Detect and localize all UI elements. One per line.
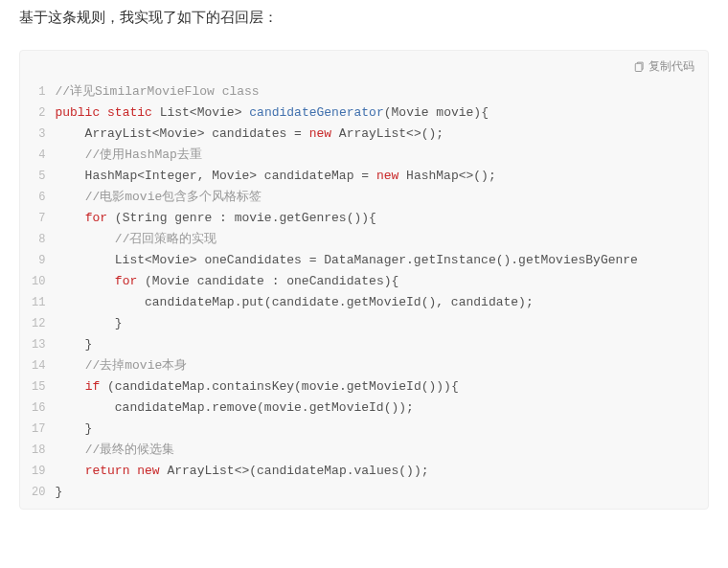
code-line: 2public static List<Movie> candidateGene… xyxy=(20,102,708,124)
line-number: 7 xyxy=(20,208,55,229)
code-token: //使用HashMap去重 xyxy=(85,148,202,162)
copy-code-label: 复制代码 xyxy=(648,58,694,75)
code-token xyxy=(55,443,84,457)
code-block: 复制代码 1//详见SimilarMovieFlow class2public … xyxy=(19,50,709,510)
code-line: 14 //去掉movie本身 xyxy=(20,355,708,376)
line-number: 15 xyxy=(20,376,55,398)
intro-text: 基于这条规则，我实现了如下的召回层： xyxy=(19,6,709,29)
code-content: } xyxy=(55,334,708,355)
code-token: for xyxy=(115,274,137,288)
line-number: 2 xyxy=(20,102,55,124)
code-content: } xyxy=(55,313,708,334)
code-content: //去掉movie本身 xyxy=(55,355,708,376)
line-number: 10 xyxy=(20,271,55,292)
code-token: (candidateMap.containsKey(movie.getMovie… xyxy=(100,379,458,394)
code-token: HashMap<>(); xyxy=(398,169,495,183)
code-content: ArrayList<Movie> candidates = new ArrayL… xyxy=(55,124,708,145)
code-token: } xyxy=(55,485,62,499)
code-line: 10 for (Movie candidate : oneCandidates)… xyxy=(20,271,708,292)
code-line: 9 List<Movie> oneCandidates = DataManage… xyxy=(20,250,708,271)
code-token: HashMap<Integer, Movie> candidateMap = xyxy=(55,169,375,183)
code-token xyxy=(55,211,84,225)
line-number: 11 xyxy=(20,292,55,313)
code-line: 1//详见SimilarMovieFlow class xyxy=(20,81,708,102)
code-line: 20} xyxy=(20,482,708,503)
code-content: //使用HashMap去重 xyxy=(55,145,708,166)
code-line: 3 ArrayList<Movie> candidates = new Arra… xyxy=(20,124,708,145)
code-line: 17 } xyxy=(20,419,708,440)
code-token: new xyxy=(309,126,331,141)
code-token: if xyxy=(85,379,101,394)
line-number: 16 xyxy=(20,398,55,419)
code-token xyxy=(100,105,107,120)
code-line: 7 for (String genre : movie.getGenres())… xyxy=(20,208,708,229)
line-number: 12 xyxy=(20,313,55,334)
code-content: candidateMap.remove(movie.getMovieId()); xyxy=(55,398,708,419)
code-token: //电影movie包含多个风格标签 xyxy=(85,190,262,204)
svg-rect-0 xyxy=(635,63,642,71)
code-token: } xyxy=(55,421,92,436)
code-content: //最终的候选集 xyxy=(55,440,708,461)
code-token: for xyxy=(85,211,107,225)
copy-icon xyxy=(633,61,645,73)
code-line: 11 candidateMap.put(candidate.getMovieId… xyxy=(20,292,708,313)
code-line: 6 //电影movie包含多个风格标签 xyxy=(20,187,708,208)
code-line: 15 if (candidateMap.containsKey(movie.ge… xyxy=(20,376,708,398)
code-line: 18 //最终的候选集 xyxy=(20,440,708,461)
code-token xyxy=(55,148,84,162)
code-token: } xyxy=(55,316,122,330)
code-token: return xyxy=(85,464,130,478)
code-content: List<Movie> oneCandidates = DataManager.… xyxy=(55,250,708,271)
code-token: static xyxy=(107,105,152,120)
line-number: 19 xyxy=(20,461,55,482)
code-content: if (candidateMap.containsKey(movie.getMo… xyxy=(55,376,708,398)
code-line: 8 //召回策略的实现 xyxy=(20,229,708,250)
code-line: 4 //使用HashMap去重 xyxy=(20,145,708,166)
code-token: //详见SimilarMovieFlow class xyxy=(55,84,259,99)
code-token: //去掉movie本身 xyxy=(85,358,188,373)
code-content: public static List<Movie> candidateGener… xyxy=(55,102,708,124)
copy-code-button[interactable]: 复制代码 xyxy=(633,58,694,75)
code-content: HashMap<Integer, Movie> candidateMap = n… xyxy=(55,166,708,187)
code-token xyxy=(55,379,84,394)
code-content: //详见SimilarMovieFlow class xyxy=(55,81,708,102)
code-content: for (String genre : movie.getGenres()){ xyxy=(55,208,708,229)
line-number: 14 xyxy=(20,355,55,376)
code-content: candidateMap.put(candidate.getMovieId(),… xyxy=(55,292,708,313)
code-token xyxy=(55,358,84,373)
line-number: 20 xyxy=(20,482,55,503)
code-line: 19 return new ArrayList<>(candidateMap.v… xyxy=(20,461,708,482)
code-token: public xyxy=(55,105,100,120)
line-number: 1 xyxy=(20,81,55,102)
code-content: } xyxy=(55,482,708,503)
code-token: (Movie candidate : oneCandidates){ xyxy=(137,274,398,288)
code-token: ArrayList<>(); xyxy=(331,126,444,141)
code-token: (String genre : movie.getGenres()){ xyxy=(107,211,376,225)
code-token: //最终的候选集 xyxy=(85,443,175,457)
code-token: candidateGenerator xyxy=(249,105,383,120)
code-token xyxy=(55,232,114,246)
code-token: //召回策略的实现 xyxy=(115,232,217,246)
code-token: } xyxy=(55,337,92,352)
code-line: 13 } xyxy=(20,334,708,355)
line-number: 5 xyxy=(20,166,55,187)
code-token xyxy=(152,105,160,120)
code-line: 12 } xyxy=(20,313,708,334)
code-token: List<Movie> xyxy=(160,105,242,120)
code-content: for (Movie candidate : oneCandidates){ xyxy=(55,271,708,292)
code-content: //电影movie包含多个风格标签 xyxy=(55,187,708,208)
code-line: 16 candidateMap.remove(movie.getMovieId(… xyxy=(20,398,708,419)
code-token: candidateMap.remove(movie.getMovieId()); xyxy=(55,400,413,415)
line-number: 18 xyxy=(20,440,55,461)
code-line: 5 HashMap<Integer, Movie> candidateMap =… xyxy=(20,166,708,187)
line-number: 13 xyxy=(20,334,55,355)
code-token xyxy=(55,274,114,288)
code-token: new xyxy=(137,464,159,478)
code-token: new xyxy=(376,169,398,183)
code-table: 1//详见SimilarMovieFlow class2public stati… xyxy=(20,81,708,503)
line-number: 4 xyxy=(20,145,55,166)
code-token: List<Movie> oneCandidates = DataManager.… xyxy=(55,253,638,267)
code-content: return new ArrayList<>(candidateMap.valu… xyxy=(55,461,708,482)
code-token xyxy=(55,190,84,204)
code-token: candidateMap.put(candidate.getMovieId(),… xyxy=(55,295,533,309)
